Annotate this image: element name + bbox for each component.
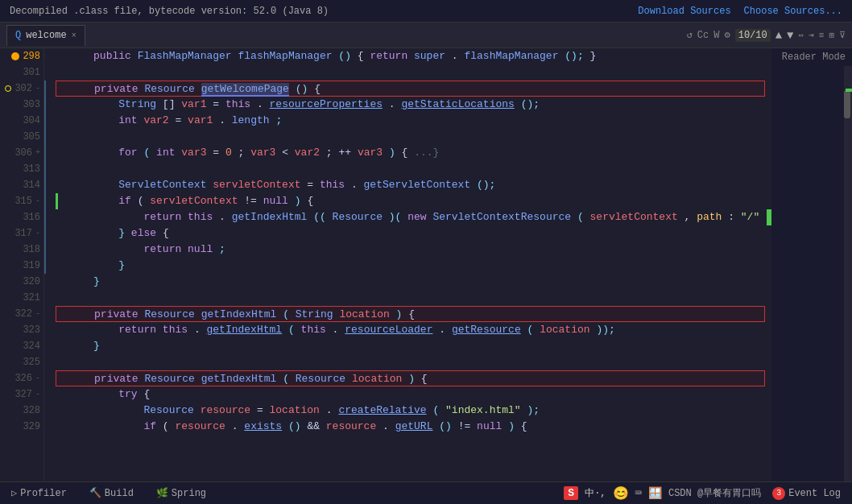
code-line-314: ServletContext servletContext = this . g…: [56, 177, 771, 193]
wrap-icon[interactable]: ⇔: [799, 30, 804, 40]
code-line-327: try {: [56, 386, 771, 403]
reader-mode-label[interactable]: Reader Mode: [771, 48, 852, 66]
marker-317: [44, 225, 56, 242]
editor-area: 298 301 302 - 303 304 305 306 + 313 314 …: [0, 48, 852, 481]
scrollbar[interactable]: [844, 66, 852, 481]
fold-302[interactable]: -: [35, 81, 40, 97]
line-num-327: 327 -: [2, 386, 40, 403]
cc-button[interactable]: Cc: [697, 30, 709, 41]
emoji-face: 😊: [613, 485, 629, 502]
line-num-303: 303: [2, 97, 40, 113]
app-window: Decompiled .class file, bytecode version…: [0, 0, 852, 504]
event-log-tab[interactable]: 3 Event Log: [767, 487, 846, 500]
code-line-303: String [] var1 = this . resourceProperti…: [56, 97, 771, 113]
top-bar: Decompiled .class file, bytecode version…: [0, 0, 852, 23]
counter-badge: 10/10: [735, 29, 771, 42]
welcome-tab[interactable]: Q welcome ×: [6, 25, 85, 46]
line-num-314: 314: [2, 177, 40, 193]
code-line-315: if ( servletContext != null ) {: [56, 193, 771, 209]
keyboard-icon: ⌨: [635, 486, 642, 500]
marker-303: [44, 97, 56, 113]
scroll-mark-green: [846, 89, 852, 92]
line-num-320: 320: [2, 274, 40, 290]
line-num-319: 319: [2, 258, 40, 274]
lightbulb-icon: [5, 85, 11, 92]
align-icon[interactable]: ≡: [819, 31, 825, 40]
code-line-321: [56, 290, 771, 306]
code-line-316: return this . getIndexHtml (( Resource )…: [56, 209, 771, 225]
line-num-322: 322 -: [2, 306, 40, 322]
line-num-326: 326 -: [2, 370, 40, 386]
toolbar: ↺ Cc W ⚙ 10/10 ▲ ▼ ⇔ ⇥ ≡ ⊞ ⊽: [687, 29, 846, 42]
line-num-318: 318: [2, 242, 40, 258]
fold-markers: [44, 48, 56, 481]
code-line-325: [56, 354, 771, 370]
line-num-304: 304: [2, 113, 40, 129]
marker-314: [44, 177, 56, 193]
left-marker-315: [56, 193, 58, 209]
line-num-302: 302 -: [2, 81, 40, 97]
line-num-316: 316: [2, 209, 40, 225]
tab-icon: Q: [15, 30, 21, 41]
code-line-304: int var2 = var1 . length ;: [56, 113, 771, 129]
fold-327[interactable]: -: [35, 386, 40, 403]
code-line-301: [56, 64, 771, 81]
right-scroll-mark: [767, 209, 771, 225]
fold-322[interactable]: -: [35, 306, 40, 322]
profiler-label: Profiler: [20, 488, 67, 499]
reload-icon[interactable]: ↺: [687, 29, 693, 41]
code-line-306: for ( int var3 = 0 ; var3 < var2 ; ++ va…: [56, 145, 771, 161]
nav-up-icon[interactable]: ▲: [775, 29, 782, 42]
line-num-324: 324: [2, 338, 40, 354]
filter-icon[interactable]: ⊽: [839, 30, 846, 40]
line-num-328: 328: [2, 403, 40, 419]
w-button[interactable]: W: [713, 30, 719, 41]
build-tab[interactable]: 🔨 Build: [85, 482, 139, 504]
line-num-313: 313: [2, 161, 40, 177]
line-num-315: 315 -: [2, 193, 40, 209]
download-sources-link[interactable]: Download Sources: [638, 6, 730, 17]
scroll-thumb[interactable]: [844, 90, 850, 118]
build-label: Build: [105, 488, 134, 499]
marker-302: [44, 81, 56, 97]
fold-315[interactable]: -: [35, 193, 40, 209]
tab-bar: Q welcome × ↺ Cc W ⚙ 10/10 ▲ ▼ ⇔ ⇥ ≡ ⊞ ⊽: [0, 23, 852, 48]
code-line-320: }: [56, 274, 771, 290]
code-line-329: if ( resource . exists () && resource . …: [56, 419, 771, 435]
indent-icon[interactable]: ⇥: [809, 30, 814, 40]
code-content[interactable]: public FlashMapManager flashMapManager (…: [56, 48, 771, 481]
line-num-301: 301: [2, 64, 40, 81]
choose-sources-link[interactable]: Choose Sources...: [744, 6, 842, 17]
tab-close-button[interactable]: ×: [72, 31, 77, 40]
code-line-317: } else {: [56, 225, 771, 242]
line-num-317: 317 -: [2, 225, 40, 242]
right-panel: Reader Mode: [771, 48, 852, 481]
code-line-305: [56, 129, 771, 145]
build-icon: 🔨: [89, 487, 101, 499]
align2-icon[interactable]: ⊞: [829, 30, 834, 40]
marker-305: [44, 129, 56, 145]
tab-label: welcome: [26, 30, 66, 41]
spring-label: Spring: [172, 488, 206, 499]
settings-icon[interactable]: ⚙: [724, 29, 730, 41]
file-info: Decompiled .class file, bytecode version…: [10, 6, 329, 17]
fold-317[interactable]: -: [35, 225, 40, 242]
marker-313: [44, 161, 56, 177]
fold-326[interactable]: -: [35, 370, 40, 386]
nav-down-icon[interactable]: ▼: [787, 29, 793, 42]
marker-320: [44, 274, 56, 290]
csdn-badge: S: [564, 486, 578, 500]
event-log-label: Event Log: [788, 488, 841, 499]
spring-tab[interactable]: 🌿 Spring: [151, 482, 211, 504]
fold-306[interactable]: +: [35, 145, 40, 161]
line-num-321: 321: [2, 290, 40, 306]
profiler-tab[interactable]: ▷ Profiler: [6, 482, 72, 504]
marker-301: [44, 64, 56, 81]
notification-count: 3: [772, 487, 785, 500]
code-line-313: [56, 161, 771, 177]
code-line-326: private Resource getIndexHtml ( Resource…: [56, 370, 765, 386]
bottom-bar: ▷ Profiler 🔨 Build 🌿 Spring S 中·, 😊 ⌨ 🪟 …: [0, 481, 852, 504]
marker-298: [44, 48, 56, 64]
marker-319: [44, 258, 56, 274]
marker-304: [44, 113, 56, 129]
